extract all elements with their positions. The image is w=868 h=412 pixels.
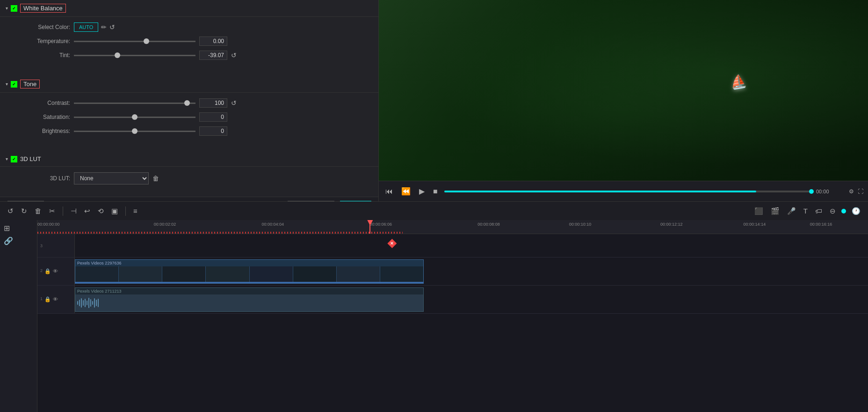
brightness-slider[interactable]: [74, 131, 195, 132]
tint-row: Tint: -39.07 ↺: [19, 51, 369, 60]
play-button[interactable]: ▶: [417, 186, 427, 197]
ruler-mark-8: 00:00:16:16: [810, 222, 832, 227]
ruler-mark-2: 00:00:04:04: [262, 222, 284, 227]
timeline-right-tools: ⬛ 🎬 🎤 T 🏷 ⊖ 🕐: [752, 206, 862, 216]
tone-content: Contrast: 100 ↺ Saturation: 0 Brightness…: [0, 93, 378, 148]
frame-back-button[interactable]: ⏪: [399, 186, 412, 197]
progress-fill: [444, 191, 757, 192]
reset-wb-icon[interactable]: ↺: [109, 23, 115, 31]
tint-value[interactable]: -39.07: [199, 51, 227, 60]
video-clip[interactable]: Pexels Videos 2297636: [75, 259, 424, 284]
audio-clip[interactable]: Pexels Videos 2711213: [75, 287, 424, 312]
lut-trash-icon[interactable]: 🗑: [152, 175, 159, 182]
track-3-icons: 3: [40, 243, 43, 248]
playback-time: 00:00: [816, 189, 844, 194]
wb-chevron-icon: ▾: [6, 6, 8, 11]
contrast-row: Contrast: 100 ↺: [19, 98, 369, 108]
reset-button[interactable]: RESET: [7, 201, 44, 202]
adjust-button[interactable]: ≡: [131, 206, 139, 216]
ok-button[interactable]: OK: [340, 201, 372, 201]
clip-thumbnails: [75, 266, 423, 283]
revert-button[interactable]: ↩: [82, 206, 92, 216]
video-track-content: Pexels Videos 2297636: [75, 258, 868, 285]
wb-checkbox[interactable]: [11, 5, 17, 12]
timeline-area: ⊞ 🔗 00:00:00:00 00:00:02:02 00:00:04:04 …: [0, 220, 868, 412]
thumb-4: [206, 266, 249, 283]
cut-button[interactable]: ✂: [47, 206, 57, 216]
text-button[interactable]: T: [802, 206, 810, 216]
temperature-slider[interactable]: [74, 41, 195, 42]
undo-button[interactable]: ↺: [6, 206, 15, 216]
delete-button[interactable]: 🗑: [33, 206, 43, 216]
advanced-button[interactable]: ADVANCED: [288, 201, 334, 202]
lut-checkbox[interactable]: [11, 156, 17, 162]
ruler-content: 00:00:00:00 00:00:02:02 00:00:04:04 00:0…: [37, 220, 868, 234]
track-label-1: 1 🔒 👁: [37, 286, 75, 313]
empty-track-row: 3 ✕: [37, 234, 868, 258]
minus-button[interactable]: ⊖: [828, 206, 838, 216]
select-color-row: Select Color: AUTO ✏ ↺: [19, 22, 369, 32]
lut-content: 3D LUT: None Custom... 🗑: [0, 167, 378, 197]
mic-button[interactable]: 🎤: [785, 206, 798, 216]
clip-button[interactable]: 🎬: [769, 206, 781, 216]
action-bar: RESET ADVANCED OK: [0, 197, 379, 201]
saturation-slider[interactable]: [74, 117, 195, 118]
track-2-num: 2: [40, 268, 43, 274]
redo-button[interactable]: ↻: [19, 206, 29, 216]
clock-button[interactable]: 🕐: [850, 206, 862, 216]
video-clip-title: Pexels Videos 2297636: [75, 260, 423, 266]
contrast-label: Contrast:: [19, 100, 70, 106]
tone-header[interactable]: ▾ Tone: [0, 76, 378, 93]
contrast-slider[interactable]: [74, 103, 195, 104]
eye-icon[interactable]: 👁: [53, 268, 58, 274]
playback-progress[interactable]: [444, 191, 811, 192]
stop-button[interactable]: ■: [431, 186, 440, 197]
temperature-value[interactable]: 0.00: [199, 37, 227, 46]
lock2-icon[interactable]: 🔒: [44, 296, 51, 302]
eye2-icon[interactable]: 👁: [53, 296, 58, 302]
thumb-7: [337, 266, 380, 283]
wave-5: [85, 299, 86, 307]
contrast-value[interactable]: 100: [199, 98, 227, 108]
wave-4: [83, 300, 84, 306]
eyedropper-icon[interactable]: ✏: [101, 23, 107, 31]
timeline-toolbar: ↺ ↻ 🗑 ✂ ⊣ ↩ ⟲ ▣ ≡ ⬛ 🎬 🎤 T 🏷 ⊖ 🕐: [0, 201, 868, 220]
split-button[interactable]: ⊣: [69, 206, 79, 216]
audio-clip-title: Pexels Videos 2711213: [75, 288, 423, 294]
sticker-button[interactable]: 🏷: [813, 206, 824, 216]
temperature-slider-container: 0.00: [74, 37, 227, 46]
render-button[interactable]: ⬛: [752, 206, 765, 216]
link-icon[interactable]: 🔗: [2, 235, 35, 247]
marker-diamond[interactable]: ✕: [387, 239, 397, 248]
tint-label: Tint:: [19, 52, 70, 59]
tone-checkbox[interactable]: [11, 81, 17, 88]
toolbar-sep-2: [125, 206, 126, 216]
fullscreen-icon[interactable]: ⛶: [858, 188, 863, 195]
ruler-mark-1: 00:00:02:02: [154, 222, 176, 227]
saturation-value[interactable]: 0: [199, 112, 227, 122]
boat-icon: ⛵: [730, 71, 746, 92]
ruler-mark-4: 00:00:08:08: [477, 222, 500, 227]
brightness-value[interactable]: 0: [199, 126, 227, 136]
brightness-label: Brightness:: [19, 128, 70, 134]
track-1-num: 1: [40, 296, 43, 302]
lut-dropdown[interactable]: None Custom...: [74, 172, 149, 184]
timeline-tracks: 00:00:00:00 00:00:02:02 00:00:04:04 00:0…: [37, 220, 868, 412]
add-track-icon[interactable]: ⊞: [2, 222, 35, 235]
lut3d-header[interactable]: ▾ 3D LUT: [0, 152, 378, 167]
multicam-button[interactable]: ▣: [109, 206, 120, 216]
reset-tint-icon[interactable]: ↺: [231, 52, 237, 59]
settings-icon[interactable]: ⚙: [849, 188, 854, 195]
wave-2: [79, 300, 80, 306]
tint-slider[interactable]: [74, 55, 195, 56]
ruler-mark-0: 00:00:00:00: [37, 222, 60, 227]
skip-back-button[interactable]: ⏮: [383, 186, 395, 197]
white-balance-header[interactable]: ▾ White Balance: [0, 0, 378, 17]
reset-contrast-icon[interactable]: ↺: [231, 99, 237, 107]
rotate-button[interactable]: ⟲: [96, 206, 106, 216]
wave-12: [98, 299, 99, 307]
temperature-row: Temperature: 0.00: [19, 37, 369, 46]
auto-button[interactable]: AUTO: [74, 22, 98, 32]
tone-title: Tone: [20, 80, 40, 88]
lock-icon[interactable]: 🔒: [44, 268, 51, 274]
